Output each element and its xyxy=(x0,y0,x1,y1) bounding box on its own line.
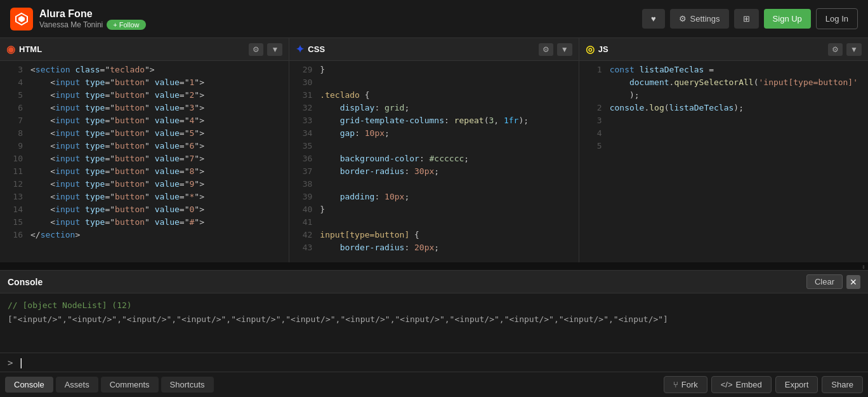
js-editor-tools: ⚙ ▼ xyxy=(828,43,862,56)
tab-shortcuts[interactable]: Shortcuts xyxy=(161,377,214,393)
css-editor-panel: ✦ CSS ⚙ ▼ 29} 30 31.teclado { 32 display… xyxy=(289,38,579,262)
tabs-right: ⑂ Fork </> Embed Export Share xyxy=(664,376,863,393)
editors-area: ◉ HTML ⚙ ▼ 3<section class="teclado"> 4 … xyxy=(0,38,868,262)
css-collapse-button[interactable]: ▼ xyxy=(557,43,572,56)
bottom-tabs: Console Assets Comments Shortcuts ⑂ Fork… xyxy=(0,372,868,397)
html-collapse-button[interactable]: ▼ xyxy=(267,43,282,56)
header: Alura Fone Vanessa Me Tonini + Follow ♥ … xyxy=(0,0,868,38)
table-row: 3 xyxy=(579,114,868,127)
html-editor-label: ◉ HTML xyxy=(6,43,42,55)
table-row: 14 <input type="button" value="0"> xyxy=(0,203,289,216)
clear-button[interactable]: Clear xyxy=(806,274,843,289)
console-actions: Clear ✕ xyxy=(806,274,860,289)
heart-icon: ♥ xyxy=(651,14,656,24)
table-row: _ document.querySelectorAll('input[type=… xyxy=(579,76,868,89)
table-row: 33 grid-template-columns: repeat(3, 1fr)… xyxy=(289,114,578,127)
js-editor-panel: ◎ JS ⚙ ▼ 1const listaDeTeclas = _ docume… xyxy=(579,38,868,262)
table-row: 4 <input type="button" value="1"> xyxy=(0,76,289,89)
js-icon: ◎ xyxy=(586,43,595,55)
table-row: 9 <input type="button" value="6"> xyxy=(0,140,289,152)
console-header: Console Clear ✕ xyxy=(0,271,868,293)
app-title: Alura Fone xyxy=(39,8,146,20)
table-row: 1const listaDeTeclas = xyxy=(579,64,868,76)
html-editor-panel: ◉ HTML ⚙ ▼ 3<section class="teclado"> 4 … xyxy=(0,38,289,262)
resize-separator[interactable]: ⇕ xyxy=(0,262,868,270)
html-editor-tools: ⚙ ▼ xyxy=(249,43,282,56)
gear-icon: ⚙ xyxy=(679,14,687,24)
table-row: 10 <input type="button" value="7"> xyxy=(0,152,289,165)
svg-marker-1 xyxy=(18,16,25,22)
table-row: 43 border-radius: 20px; xyxy=(289,241,578,254)
table-row: 35 xyxy=(289,140,578,152)
css-editor-header: ✦ CSS ⚙ ▼ xyxy=(289,38,578,61)
table-row: 5 xyxy=(579,140,868,152)
follow-button[interactable]: + Follow xyxy=(107,20,145,30)
resize-handle-icon: ⇕ xyxy=(862,263,865,270)
table-row: 7 <input type="button" value="4"> xyxy=(0,114,289,127)
signup-button[interactable]: Sign Up xyxy=(764,9,811,29)
html-editor-header: ◉ HTML ⚙ ▼ xyxy=(0,38,289,61)
console-cursor: | xyxy=(18,356,24,368)
export-button[interactable]: Export xyxy=(775,376,819,393)
console-line: // [object NodeList] (12) xyxy=(8,299,860,313)
console-prompt: > xyxy=(8,358,13,368)
tab-assets[interactable]: Assets xyxy=(56,377,98,393)
fork-icon: ⑂ xyxy=(673,380,678,389)
logo-area: Alura Fone Vanessa Me Tonini + Follow xyxy=(10,8,642,30)
table-row: 5 <input type="button" value="2"> xyxy=(0,89,289,102)
tabs-left: Console Assets Comments Shortcuts xyxy=(5,377,214,393)
console-title: Console xyxy=(8,277,43,287)
table-row: 30 xyxy=(289,76,578,89)
table-row: 11 <input type="button" value="8"> xyxy=(0,165,289,178)
table-row: _ ); xyxy=(579,89,868,102)
css-editor-tools: ⚙ ▼ xyxy=(539,43,572,56)
console-input-line[interactable]: > | xyxy=(0,353,868,372)
tab-console[interactable]: Console xyxy=(5,377,53,393)
table-row: 40} xyxy=(289,203,578,216)
js-editor-content[interactable]: 1const listaDeTeclas = _ document.queryS… xyxy=(579,61,868,262)
console-area: Console Clear ✕ // [object NodeList] (12… xyxy=(0,270,868,372)
tab-comments[interactable]: Comments xyxy=(101,377,159,393)
header-actions: ♥ ⚙ Settings ⊞ Sign Up Log In xyxy=(642,8,858,29)
js-editor-label: ◎ JS xyxy=(586,43,608,55)
js-collapse-button[interactable]: ▼ xyxy=(846,43,862,56)
app-subtitle: Vanessa Me Tonini + Follow xyxy=(39,20,146,30)
css-settings-button[interactable]: ⚙ xyxy=(539,43,553,56)
html-icon: ◉ xyxy=(6,43,15,55)
grid-button[interactable]: ⊞ xyxy=(734,9,759,29)
table-row: 37 border-radius: 30px; xyxy=(289,165,578,178)
close-console-button[interactable]: ✕ xyxy=(846,275,860,289)
share-button[interactable]: Share xyxy=(822,376,863,393)
table-row: 31.teclado { xyxy=(289,89,578,102)
table-row: 15 <input type="button" value="#"> xyxy=(0,216,289,229)
logo-text: Alura Fone Vanessa Me Tonini + Follow xyxy=(39,8,146,30)
settings-button[interactable]: ⚙ Settings xyxy=(670,9,729,29)
console-output: // [object NodeList] (12) ["<input/>","<… xyxy=(0,293,868,353)
table-row: 34 gap: 10px; xyxy=(289,127,578,140)
table-row: 32 display: grid; xyxy=(289,102,578,114)
console-line: ["<input/>","<input/>","<input/>","<inpu… xyxy=(8,313,860,326)
table-row: 39 padding: 10px; xyxy=(289,191,578,203)
js-settings-button[interactable]: ⚙ xyxy=(828,43,843,56)
fork-button[interactable]: ⑂ Fork xyxy=(664,376,707,393)
logo-icon xyxy=(10,8,33,30)
grid-icon: ⊞ xyxy=(743,14,750,24)
table-row: 36 background-color: #cccccc; xyxy=(289,152,578,165)
js-editor-header: ◎ JS ⚙ ▼ xyxy=(579,38,868,61)
table-row: 13 <input type="button" value="*"> xyxy=(0,191,289,203)
table-row: 12 <input type="button" value="9"> xyxy=(0,178,289,191)
login-button[interactable]: Log In xyxy=(816,8,858,29)
html-editor-content[interactable]: 3<section class="teclado"> 4 <input type… xyxy=(0,61,289,262)
table-row: 3<section class="teclado"> xyxy=(0,64,289,76)
table-row: 38 xyxy=(289,178,578,191)
html-settings-button[interactable]: ⚙ xyxy=(249,43,263,56)
heart-button[interactable]: ♥ xyxy=(642,9,665,29)
embed-button[interactable]: </> Embed xyxy=(711,376,772,393)
table-row: 4 xyxy=(579,127,868,140)
table-row: 42input[type=button] { xyxy=(289,229,578,241)
css-icon: ✦ xyxy=(296,43,304,55)
table-row: 29} xyxy=(289,64,578,76)
css-editor-content[interactable]: 29} 30 31.teclado { 32 display: grid; 33… xyxy=(289,61,578,262)
table-row: 2console.log(listaDeTeclas); xyxy=(579,102,868,114)
table-row: 41 xyxy=(289,216,578,229)
